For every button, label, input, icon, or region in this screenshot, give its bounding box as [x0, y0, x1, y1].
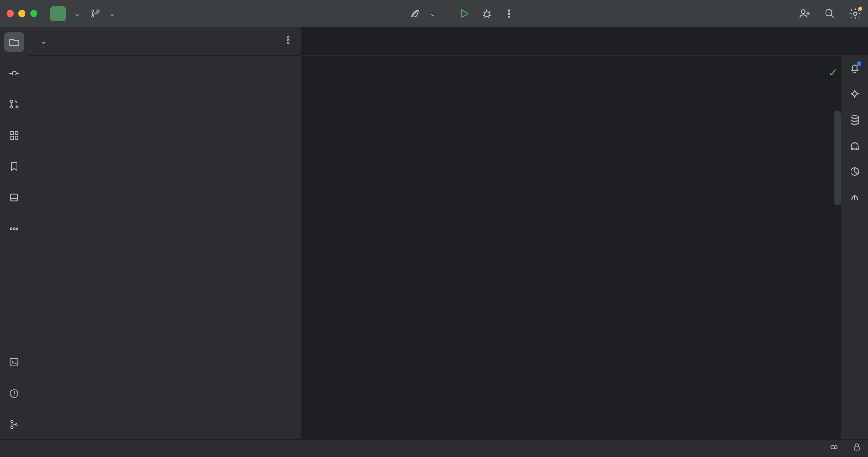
right-toolbar: [841, 56, 868, 439]
svg-point-0: [92, 10, 94, 12]
maximize-window-icon[interactable]: [30, 10, 37, 17]
bookmarks-tool-icon[interactable]: [4, 157, 24, 176]
svg-point-10: [12, 71, 16, 75]
minimize-window-icon[interactable]: [18, 10, 25, 17]
terminal-tool-icon[interactable]: [4, 352, 24, 372]
svg-rect-16: [10, 136, 13, 139]
svg-point-28: [287, 39, 289, 41]
svg-point-24: [11, 420, 13, 423]
gutter[interactable]: [302, 56, 382, 439]
svg-point-6: [508, 16, 510, 17]
chevron-down-icon[interactable]: ⌄: [41, 36, 47, 46]
coverage-tool-icon[interactable]: [849, 166, 860, 180]
more-horizontal-icon[interactable]: [4, 219, 24, 239]
svg-point-25: [11, 426, 13, 429]
titlebar: ⌄ ⌄ ⌄: [0, 0, 868, 27]
branch-icon[interactable]: [90, 8, 100, 19]
svg-point-1: [92, 15, 94, 17]
reader-mode-icon[interactable]: [829, 442, 839, 454]
more-vertical-icon[interactable]: [284, 35, 293, 47]
svg-point-29: [287, 42, 289, 43]
svg-point-26: [15, 424, 17, 426]
build-tool-icon[interactable]: [4, 188, 24, 208]
more-vertical-icon[interactable]: [504, 8, 514, 19]
svg-point-19: [10, 228, 12, 230]
pull-requests-icon[interactable]: [4, 94, 24, 114]
svg-point-2: [97, 10, 99, 12]
run-button[interactable]: [459, 8, 470, 19]
chevron-down-icon[interactable]: ⌄: [74, 8, 81, 18]
debug-button[interactable]: [481, 8, 492, 19]
svg-point-30: [851, 116, 859, 118]
svg-point-12: [10, 106, 12, 108]
svg-point-27: [287, 37, 289, 38]
svg-point-11: [10, 100, 12, 103]
editor-tabs: [302, 27, 868, 56]
project-badge: [50, 6, 66, 21]
settings-gear-icon[interactable]: [849, 8, 861, 20]
svg-point-33: [834, 446, 837, 449]
structure-tool-icon[interactable]: [4, 125, 24, 145]
profiler-tool-icon[interactable]: [849, 192, 860, 206]
svg-rect-14: [10, 132, 13, 134]
elephant-icon[interactable]: [849, 140, 860, 154]
svg-point-32: [831, 446, 834, 449]
svg-rect-15: [15, 132, 17, 134]
close-window-icon[interactable]: [7, 10, 14, 17]
project-tree[interactable]: [28, 56, 301, 439]
svg-rect-34: [854, 447, 859, 450]
svg-rect-22: [10, 359, 18, 366]
left-toolbar: [0, 27, 28, 439]
svg-point-5: [508, 13, 510, 15]
project-tool-icon[interactable]: [4, 32, 24, 52]
notifications-icon[interactable]: [849, 62, 860, 76]
svg-point-13: [16, 106, 18, 108]
svg-point-8: [826, 9, 832, 16]
code-with-me-icon[interactable]: [798, 8, 810, 20]
code-view[interactable]: [382, 56, 868, 439]
svg-point-9: [854, 12, 857, 15]
chevron-down-icon[interactable]: ⌄: [109, 8, 116, 18]
editor: [302, 27, 868, 439]
scrollbar-thumb[interactable]: [834, 111, 841, 205]
window-controls: [7, 10, 37, 17]
svg-point-21: [16, 228, 18, 230]
ai-assistant-icon[interactable]: [849, 88, 860, 102]
project-panel: ⌄: [28, 27, 302, 439]
database-tool-icon[interactable]: [849, 114, 860, 128]
svg-rect-17: [15, 136, 17, 139]
inspection-ok-icon[interactable]: ✓: [828, 66, 838, 79]
spring-leaf-icon: [409, 8, 421, 19]
statusbar: [0, 439, 868, 457]
vcs-tool-icon[interactable]: [4, 415, 24, 434]
search-icon[interactable]: [824, 8, 836, 20]
svg-point-7: [801, 9, 805, 13]
lock-icon[interactable]: [852, 442, 861, 454]
commit-tool-icon[interactable]: [4, 63, 24, 83]
chevron-down-icon[interactable]: ⌄: [429, 8, 436, 18]
problems-tool-icon[interactable]: [4, 383, 24, 403]
svg-point-4: [508, 9, 510, 11]
svg-point-20: [13, 228, 15, 230]
svg-rect-18: [10, 194, 17, 201]
